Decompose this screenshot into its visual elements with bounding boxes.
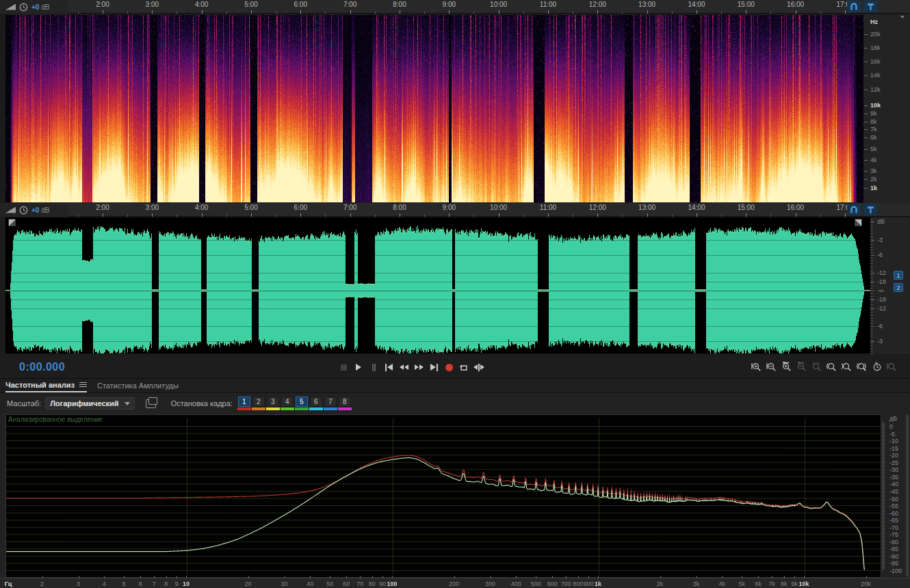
ruler-minor-tick	[473, 215, 474, 217]
ruler-major-tick	[152, 10, 153, 14]
ruler-minor-tick	[424, 215, 425, 217]
waveform-toolbar: 2:003:004:005:006:007:008:009:0010:0011:…	[0, 203, 910, 217]
freq-axis-label: 70	[356, 580, 363, 587]
heal-brush-button[interactable]	[847, 1, 861, 12]
db-axis-label: -60	[889, 510, 898, 517]
freq-axis-unit: Гц	[5, 580, 12, 587]
hold-button-4[interactable]: 4	[281, 397, 294, 407]
channel-2-button[interactable]: 2	[894, 283, 903, 292]
hold-button-3[interactable]: 3	[267, 397, 279, 407]
freq-axis-label: 7k	[870, 126, 877, 133]
marker-pin-button[interactable]	[863, 204, 877, 215]
gain-readout[interactable]: +0 dB	[31, 3, 49, 11]
ruler-major-tick	[251, 10, 252, 14]
hold-button-6[interactable]: 6	[310, 397, 322, 407]
db-axis-label: -6	[877, 252, 883, 258]
fast-forward-button[interactable]	[412, 360, 426, 375]
freq-axis-label: 50	[326, 580, 333, 587]
freq-axis-tick	[864, 149, 868, 150]
freq-axis-label: 100	[387, 580, 397, 587]
tab-frequency-analysis[interactable]: Частотный анализ	[5, 379, 87, 392]
stop-button[interactable]	[337, 360, 350, 375]
ruler-major-tick	[647, 213, 648, 217]
ruler-major-tick	[746, 10, 746, 14]
loop-playback-button[interactable]	[457, 360, 471, 375]
axis-menu-icon[interactable]	[900, 16, 905, 21]
hold-button-7[interactable]: 7	[324, 397, 337, 407]
scrollbar-track[interactable]	[906, 414, 909, 577]
copy-graph-button[interactable]	[146, 399, 156, 408]
pin-icon	[867, 3, 874, 11]
fade-in-handle[interactable]	[8, 219, 16, 226]
zoom-sel-right-button[interactable]	[842, 360, 853, 373]
skip-to-start-button[interactable]	[382, 360, 395, 375]
ruler-major-tick	[152, 213, 153, 217]
tab-amplitude-statistics[interactable]: Статистика Амплитуды	[97, 379, 179, 392]
hold-button-5[interactable]: 5	[296, 397, 308, 407]
play-button[interactable]	[352, 360, 365, 375]
fade-out-handle[interactable]	[855, 219, 862, 226]
clock-icon[interactable]	[19, 3, 28, 12]
db-axis-label: 0	[889, 423, 893, 430]
time-ruler[interactable]: 2:003:004:005:006:007:008:009:0010:0011:…	[0, 0, 866, 14]
clock-icon[interactable]	[19, 206, 28, 215]
record-button[interactable]	[442, 360, 456, 375]
skip-selection-button[interactable]	[472, 360, 486, 375]
magnet-icon	[850, 3, 858, 11]
marker-pin-button[interactable]	[863, 1, 877, 12]
freq-axis-label: 4k	[718, 580, 725, 587]
db-axis-label: -5	[889, 431, 895, 438]
freq-axis-tick	[864, 137, 868, 138]
db-axis-label: -3	[877, 338, 883, 345]
zoom-in-button[interactable]	[751, 360, 762, 373]
zoom-in-time-button[interactable]	[781, 360, 792, 373]
volume-icon[interactable]	[5, 4, 16, 10]
volume-icon[interactable]	[5, 207, 16, 213]
time-ruler[interactable]: 2:003:004:005:006:007:008:009:0010:0011:…	[0, 203, 873, 217]
scale-select[interactable]: Логарифмический	[45, 397, 135, 410]
freq-axis-label: 400	[511, 580, 521, 587]
freq-axis-label: 12k	[870, 86, 881, 93]
db-axis-label: -25	[889, 459, 898, 466]
hold-button-8[interactable]: 8	[339, 397, 351, 407]
ruler-minor-tick	[721, 12, 722, 14]
freq-axis-label: 6k	[755, 580, 762, 587]
freq-axis-label: 40	[307, 580, 313, 587]
hold-button-2[interactable]: 2	[252, 397, 265, 407]
db-axis-label: -6	[877, 323, 883, 330]
waveform-amplitude-axis[interactable]: dB-3-3-6-6-12-12-18-18-∞	[870, 217, 910, 354]
channel-1-button[interactable]: 1	[894, 271, 903, 280]
app-window: 2:003:004:005:006:007:008:009:0010:0011:…	[0, 0, 910, 588]
gain-readout[interactable]: +0 dB	[31, 206, 49, 214]
freq-axis-label: 7k	[769, 580, 776, 587]
zoom-selection-button[interactable]	[811, 360, 822, 373]
ruler-minor-tick	[325, 215, 326, 217]
playhead-time-display[interactable]: 0:00.000	[19, 361, 65, 373]
freq-axis-label: 20k	[861, 580, 871, 587]
freq-axis-label: 20k	[870, 31, 881, 38]
waveform-canvas[interactable]	[5, 217, 870, 353]
zoom-out-time-button[interactable]	[796, 360, 807, 373]
ruler-minor-tick	[78, 215, 79, 217]
panel-menu-icon[interactable]	[79, 382, 87, 388]
db-axis-label: -40	[889, 481, 898, 487]
frequency-axis[interactable]: Гц23456789102030405060708090100200300400…	[0, 578, 910, 588]
spectrogram-frequency-axis[interactable]: Hz20k18k16k14k12k10k9k8k7k6k5k4k3k2k1k	[863, 14, 910, 203]
pause-button[interactable]	[367, 360, 380, 375]
zoom-full-button[interactable]	[887, 360, 898, 373]
freq-axis-label: 3k	[870, 168, 877, 174]
hold-button-1[interactable]: 1	[238, 397, 250, 407]
zoom-sel-width-button[interactable]	[857, 360, 868, 373]
frequency-graph: Анализированное выделение дБ0-5-10-15-20…	[0, 413, 910, 588]
freq-axis-tick	[864, 160, 868, 161]
skip-to-end-button[interactable]	[427, 360, 441, 375]
ruler-major-tick	[350, 213, 351, 217]
ruler-minor-tick	[127, 12, 128, 14]
zoom-out-button[interactable]	[766, 360, 777, 373]
zoom-sel-left-button[interactable]	[827, 360, 837, 373]
spectrogram-canvas[interactable]	[5, 15, 863, 202]
frequency-graph-canvas[interactable]	[5, 414, 881, 578]
heal-brush-button[interactable]	[847, 204, 861, 215]
reset-zoom-button[interactable]	[872, 360, 883, 373]
rewind-button[interactable]	[397, 360, 411, 375]
